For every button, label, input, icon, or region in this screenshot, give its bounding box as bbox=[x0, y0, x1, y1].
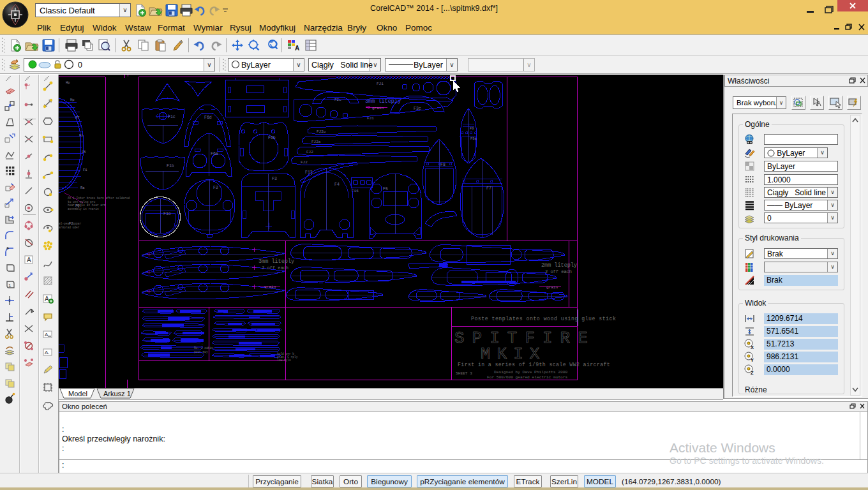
svg-text:F7: F7 bbox=[75, 115, 80, 120]
svg-text:A.: A. bbox=[45, 350, 50, 355]
svg-text:Arkusz 1: Arkusz 1 bbox=[103, 390, 131, 397]
svg-text:F1o: F1o bbox=[163, 212, 171, 216]
svg-text:F9: F9 bbox=[470, 126, 474, 131]
svg-text:A: A bbox=[27, 256, 31, 264]
svg-text:Z: Z bbox=[751, 370, 754, 375]
svg-text:al-pear uppar: al-pear uppar bbox=[59, 222, 81, 225]
svg-text:F5: F5 bbox=[383, 187, 388, 191]
svg-text:F1c: F1c bbox=[168, 115, 176, 119]
svg-text:Y: Y bbox=[751, 357, 754, 362]
svg-text:FJ1: FJ1 bbox=[377, 82, 384, 86]
svg-text:F6d: F6d bbox=[204, 115, 212, 120]
svg-text:Hp: Hp bbox=[66, 80, 70, 85]
svg-text:X: X bbox=[751, 345, 754, 350]
svg-text:FJ2o: FJ2o bbox=[317, 130, 326, 134]
svg-text:No. 1 cabin: No. 1 cabin bbox=[194, 346, 213, 350]
svg-text:aseembly in rearin: aseembly in rearin bbox=[68, 207, 99, 211]
svg-text:low tylu: low tylu bbox=[277, 359, 291, 362]
svg-text:F1b: F1b bbox=[167, 164, 174, 168]
svg-text:F3: F3 bbox=[272, 177, 277, 181]
svg-text:F4: F4 bbox=[334, 182, 340, 187]
svg-text:F7: F7 bbox=[486, 186, 491, 191]
svg-text:A: A bbox=[45, 295, 49, 302]
svg-text:FJ1: FJ1 bbox=[367, 116, 374, 121]
svg-text:2mm liteply: 2mm liteply bbox=[541, 262, 577, 269]
svg-text:Fx: Fx bbox=[79, 133, 84, 138]
svg-text:MKIX: MKIX bbox=[481, 345, 546, 364]
svg-text:Designed by Dave Philpotts 20: Designed by Dave Philpotts 2000 bbox=[494, 370, 567, 375]
svg-text:F1: F1 bbox=[83, 168, 87, 172]
svg-text:SHEET 3: SHEET 3 bbox=[456, 371, 472, 376]
svg-text:2 off each: 2 off each bbox=[545, 269, 572, 274]
svg-text:FJ2a: FJ2a bbox=[311, 140, 321, 144]
svg-text:armorad uder: armorad uder bbox=[59, 226, 80, 229]
svg-text:At 1 Inter bruce born after so: At 1 Inter bruce born after soldered bbox=[68, 197, 130, 200]
svg-text:F8: F8 bbox=[440, 163, 445, 167]
svg-text:to uen pylng pru: to uen pylng pru bbox=[68, 200, 96, 204]
svg-text:A: A bbox=[295, 45, 299, 52]
svg-text:Hp: Hp bbox=[70, 98, 75, 102]
svg-text:grain: grain bbox=[546, 285, 558, 290]
svg-text:3mm liteply: 3mm liteply bbox=[258, 258, 294, 265]
svg-text:F5: F5 bbox=[82, 150, 86, 154]
svg-text:A: A bbox=[45, 332, 49, 338]
svg-text:F6a: F6a bbox=[211, 152, 218, 156]
svg-text:F6b: F6b bbox=[268, 136, 276, 140]
svg-text:2 off each: 2 off each bbox=[262, 265, 288, 271]
svg-text:FJ2: FJ2 bbox=[306, 150, 313, 154]
svg-text:Poste tenplates onto wood usin: Poste tenplates onto wood using glue sti… bbox=[471, 316, 616, 322]
svg-text::: : bbox=[202, 341, 203, 345]
svg-text:grain: grain bbox=[372, 106, 384, 110]
svg-text:Ra: Ra bbox=[80, 186, 85, 190]
svg-text:Model: Model bbox=[68, 390, 87, 397]
svg-text:grain: grain bbox=[264, 285, 276, 289]
svg-text:pour moy: pour moy bbox=[194, 350, 208, 353]
svg-text:hear angle at hear arm: hear angle at hear arm bbox=[68, 204, 106, 207]
svg-text:1: 1 bbox=[8, 283, 11, 288]
svg-text:3mm litepiy: 3mm litepiy bbox=[365, 98, 401, 105]
svg-text:FJ2: FJ2 bbox=[301, 160, 308, 165]
svg-text:F2: F2 bbox=[213, 186, 218, 190]
svg-text:For 500/600 geared electric mo: For 500/600 geared electric motors bbox=[487, 375, 568, 380]
svg-text:First in a series of 1/9th sca: First in a series of 1/9th scale WW2 air… bbox=[458, 362, 610, 368]
svg-text:F2c: F2c bbox=[334, 98, 341, 102]
svg-text:F9a: F9a bbox=[470, 137, 477, 141]
